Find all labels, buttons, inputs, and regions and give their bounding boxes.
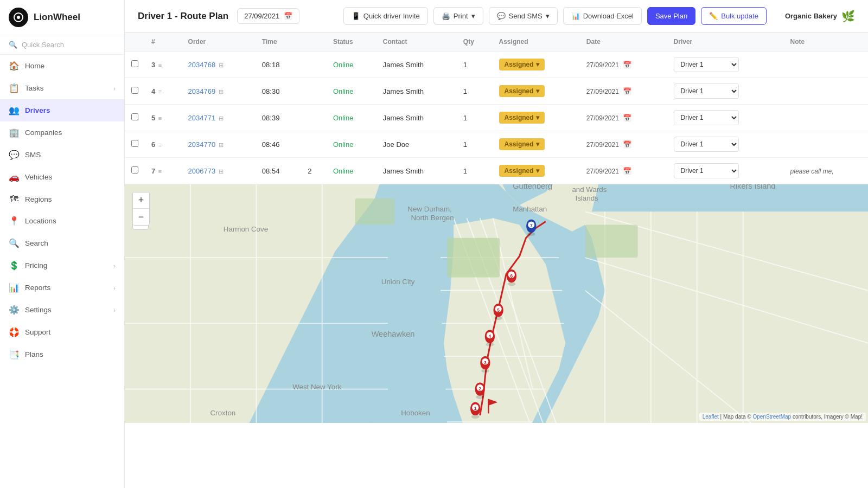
zoom-in-button[interactable]: +	[133, 192, 149, 209]
sms-chevron-icon: ▾	[546, 12, 550, 20]
chevron-icon-settings: ›	[113, 307, 116, 313]
row-assigned[interactable]: Assigned ▾	[493, 105, 580, 131]
row-time: 08:54	[256, 158, 301, 184]
row-contact: James Smith	[376, 52, 457, 78]
sidebar-item-drivers[interactable]: 👥 Drivers	[0, 99, 124, 121]
sidebar-search[interactable]: 🔍 Quick Search	[0, 35, 124, 55]
col-driver: Driver	[667, 33, 784, 52]
svg-rect-34	[585, 225, 638, 258]
row-assigned[interactable]: Assigned ▾	[493, 131, 580, 158]
nav-icon-home: 🏠	[9, 61, 20, 71]
save-plan-button[interactable]: Save Plan	[647, 7, 695, 25]
row-order[interactable]: 2034771 ⊞	[182, 105, 256, 131]
sidebar-item-sms[interactable]: 💬 SMS	[0, 144, 124, 166]
row-num: 7 ≡	[145, 158, 182, 184]
row-time: 08:39	[256, 105, 301, 131]
sidebar-item-search[interactable]: 🔍 Search	[0, 232, 124, 254]
print-button[interactable]: 🖨️ Print ▾	[433, 7, 483, 25]
bulk-update-button[interactable]: ✏️ Bulk update	[701, 7, 767, 25]
row-date: 27/09/2021 📅	[580, 105, 667, 131]
send-sms-button[interactable]: 💬 Send SMS ▾	[489, 7, 558, 25]
svg-text:7: 7	[530, 223, 533, 228]
calendar-icon: 📅	[623, 167, 631, 175]
nav-icon-pricing: 💲	[9, 260, 20, 271]
row-order[interactable]: 2034769 ⊞	[182, 78, 256, 105]
row-packages	[301, 78, 327, 105]
svg-text:2: 2	[478, 386, 481, 391]
nav-icon-search: 🔍	[9, 238, 20, 248]
svg-text:Rikers Island: Rikers Island	[730, 184, 775, 190]
main-content: Driver 1 - Route Plan 27/09/2021 📅 📱 Qui…	[125, 0, 868, 488]
row-driver[interactable]: Driver 1	[667, 158, 784, 184]
sidebar-item-reports[interactable]: 📊 Reports ›	[0, 277, 124, 299]
table-body: 3 ≡ 2034768 ⊞ 08:18 Online James Smith 1…	[125, 52, 868, 184]
row-checkbox[interactable]	[125, 78, 145, 105]
nav-icon-companies: 🏢	[9, 127, 20, 138]
sidebar-item-plans[interactable]: 📑 Plans	[0, 343, 124, 365]
nav-items: 🏠 Home 📋 Tasks › 👥 Drivers 🏢 Companies 💬…	[0, 55, 124, 365]
sidebar-item-tasks[interactable]: 📋 Tasks ›	[0, 77, 124, 99]
svg-text:New Durham,: New Durham,	[407, 205, 451, 213]
nav-icon-regions: 🗺	[9, 194, 20, 204]
svg-rect-33	[355, 198, 394, 224]
svg-point-1	[17, 16, 20, 19]
row-order[interactable]: 2006773 ⊞	[182, 158, 256, 184]
row-date: 27/09/2021 📅	[580, 158, 667, 184]
row-contact: James Smith	[376, 78, 457, 105]
map-zoom-controls: + −	[132, 192, 150, 226]
svg-text:Manhattan: Manhattan	[513, 205, 547, 213]
sidebar-item-locations[interactable]: 📍 Locations	[0, 210, 124, 232]
col-note: Note	[784, 33, 868, 52]
nav-label-settings: Settings	[25, 306, 52, 314]
row-checkbox[interactable]	[125, 105, 145, 131]
map-svg: 1 2 3	[125, 184, 868, 423]
row-note	[784, 105, 868, 131]
row-qty: 1	[457, 52, 493, 78]
date-picker[interactable]: 27/09/2021 📅	[237, 8, 299, 24]
download-excel-button[interactable]: 📊 Download Excel	[563, 7, 642, 25]
table-row: 6 ≡ 2034770 ⊞ 08:46 Online Joe Doe 1 Ass…	[125, 131, 868, 158]
map-pin-1: 1	[470, 402, 480, 419]
col-time: Time	[256, 33, 301, 52]
row-status: Online	[327, 105, 376, 131]
quick-invite-button[interactable]: 📱 Quick driver Invite	[343, 7, 428, 25]
date-value: 27/09/2021	[244, 12, 279, 20]
row-checkbox[interactable]	[125, 131, 145, 158]
row-driver[interactable]: Driver 1	[667, 105, 784, 131]
zoom-out-button[interactable]: −	[133, 209, 149, 225]
sidebar-item-companies[interactable]: 🏢 Companies	[0, 121, 124, 144]
nav-label-locations: Locations	[25, 217, 56, 225]
row-assigned[interactable]: Assigned ▾	[493, 78, 580, 105]
header-left: Driver 1 - Route Plan 27/09/2021 📅	[138, 8, 299, 24]
col-checkbox	[125, 33, 145, 52]
copy-icon: ⊞	[219, 115, 224, 121]
sidebar-item-settings[interactable]: ⚙️ Settings ›	[0, 299, 124, 321]
row-packages	[301, 105, 327, 131]
row-driver[interactable]: Driver 1	[667, 131, 784, 158]
row-qty: 1	[457, 158, 493, 184]
table-row: 5 ≡ 2034771 ⊞ 08:39 Online James Smith 1…	[125, 105, 868, 131]
nav-icon-plans: 📑	[9, 349, 20, 359]
sidebar-item-vehicles[interactable]: 🚗 Vehicles	[0, 166, 124, 188]
row-order[interactable]: 2034768 ⊞	[182, 52, 256, 78]
sidebar-item-regions[interactable]: 🗺 Regions	[0, 188, 124, 210]
row-note	[784, 78, 868, 105]
row-order[interactable]: 2034770 ⊞	[182, 131, 256, 158]
row-assigned[interactable]: Assigned ▾	[493, 52, 580, 78]
sidebar-item-home[interactable]: 🏠 Home	[0, 55, 124, 77]
org-area: Organic Bakery 🌿	[785, 10, 855, 23]
print-chevron-icon: ▾	[471, 12, 475, 20]
row-driver[interactable]: Driver 1	[667, 52, 784, 78]
row-checkbox[interactable]	[125, 52, 145, 78]
col-status: Status	[327, 33, 376, 52]
row-assigned[interactable]: Assigned ▾	[493, 158, 580, 184]
row-contact: James Smith	[376, 158, 457, 184]
sidebar-item-pricing[interactable]: 💲 Pricing ›	[0, 254, 124, 277]
row-checkbox[interactable]	[125, 158, 145, 184]
svg-text:Weehawken: Weehawken	[372, 330, 415, 338]
row-driver[interactable]: Driver 1	[667, 78, 784, 105]
calendar-icon: 📅	[623, 61, 631, 69]
row-status: Online	[327, 78, 376, 105]
sidebar-item-support[interactable]: 🛟 Support	[0, 321, 124, 343]
row-time: 08:18	[256, 52, 301, 78]
